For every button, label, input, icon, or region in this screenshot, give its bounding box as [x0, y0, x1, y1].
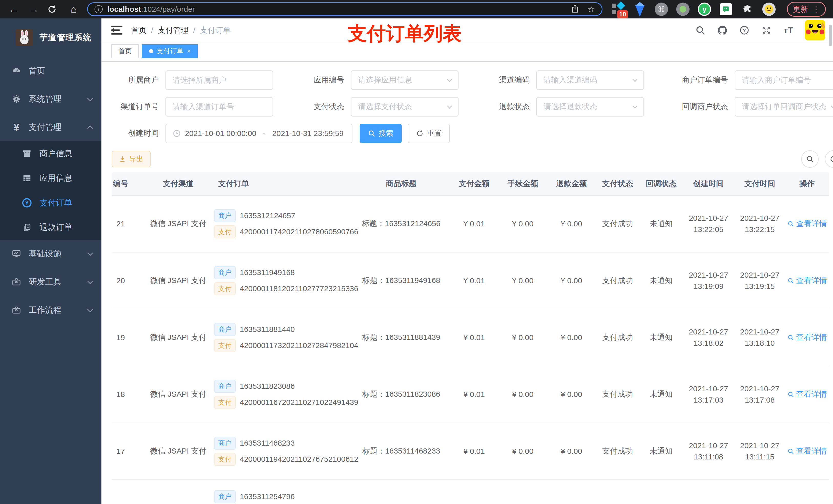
close-tab-icon[interactable]: × — [187, 48, 191, 55]
breadcrumb-separator: / — [193, 26, 195, 34]
browser-back-button[interactable]: ← — [7, 4, 21, 15]
monitor-chart-icon — [11, 249, 22, 259]
sidebar-item-payment[interactable]: ¥ 支付管理 — [0, 113, 101, 141]
pay-tag: 支付 — [214, 396, 236, 409]
fullscreen-icon[interactable] — [761, 25, 772, 36]
cell-amount: ¥ 0.01 — [450, 366, 498, 423]
refresh-table-button[interactable] — [825, 150, 833, 168]
search-icon — [787, 334, 794, 341]
sidebar-item-refund-order[interactable]: 退款订单 — [0, 215, 101, 240]
merchant-filter-label: 所属商户 — [112, 75, 165, 85]
table-row: 17微信 JSAPI 支付 商户1635311468233 支付42000011… — [112, 423, 829, 480]
channel-code-filter-label: 渠道编码 — [482, 75, 537, 85]
cell-action — [785, 480, 829, 504]
table-row: 19微信 JSAPI 支付 商户1635311881440 支付42000011… — [112, 309, 829, 366]
user-avatar[interactable] — [805, 20, 825, 41]
browser-reload-button[interactable] — [47, 4, 61, 14]
callback-status-filter-label: 回调商户状态 — [668, 101, 735, 112]
sidebar-item-label: 研发工具 — [29, 276, 62, 288]
header-search-icon[interactable] — [695, 25, 706, 36]
view-detail-link[interactable]: 查看详情 — [787, 389, 827, 400]
profile-emoji-icon[interactable] — [762, 2, 776, 16]
merchant-order-no: 1635311881440 — [240, 325, 295, 334]
search-button[interactable]: 搜索 — [360, 124, 402, 143]
address-bar[interactable]: i localhost:1024/pay/order ☆ — [87, 2, 602, 16]
view-detail-link[interactable]: 查看详情 — [787, 332, 827, 343]
channel-pay-no: 4200001194202110276752100612 — [240, 455, 358, 463]
sidebar-item-merchant-info[interactable]: 商户信息 — [0, 141, 101, 166]
column-header: 支付时间 — [734, 172, 785, 195]
cell-create-time: 2021-10-2713:22:05 — [683, 195, 734, 252]
chevron-down-icon — [87, 96, 93, 101]
chevron-down-icon — [447, 103, 452, 109]
pay-tag: 支付 — [214, 339, 236, 352]
view-detail-link[interactable]: 查看详情 — [787, 275, 827, 286]
view-detail-link[interactable]: 查看详情 — [787, 218, 827, 229]
cell-id: 19 — [112, 309, 142, 366]
help-icon[interactable]: ? — [739, 25, 750, 36]
channel-order-filter-input[interactable] — [165, 97, 273, 117]
cell-channel: 微信 JSAPI 支付 — [142, 252, 214, 309]
logo-image — [16, 29, 33, 46]
share-icon[interactable] — [570, 4, 580, 13]
merchant-order-filter-input[interactable] — [735, 70, 833, 90]
sidebar-item-workflow[interactable]: 工作流程 — [0, 296, 101, 324]
reset-button[interactable]: 重置 — [408, 124, 450, 143]
breadcrumb-home[interactable]: 首页 — [131, 25, 146, 35]
callback-status-filter-select[interactable]: 请选择订单回调商户状态 — [735, 97, 833, 117]
merchant-filter-input[interactable] — [165, 70, 273, 90]
tab-home[interactable]: 首页 — [111, 44, 139, 58]
extensions-puzzle-icon[interactable] — [740, 2, 755, 16]
cell-pay-order: 商户1635311949168 支付4200001181202110277723… — [214, 252, 353, 309]
chevron-down-icon — [831, 103, 833, 109]
extension-gem-icon[interactable] — [633, 2, 647, 16]
merchant-order-no: 1635311254796 — [240, 492, 295, 501]
active-tab-dot — [149, 49, 153, 53]
sidebar-item-app-info[interactable]: 应用信息 — [0, 166, 101, 191]
site-info-icon[interactable]: i — [95, 5, 103, 13]
page-scrollbar-thumb[interactable] — [829, 25, 832, 46]
font-size-icon[interactable]: тT — [783, 25, 794, 36]
date-to: 2021-10-31 23:59:59 — [272, 129, 344, 138]
sidebar-item-label: 退款订单 — [40, 222, 72, 233]
export-button[interactable]: 导出 — [112, 151, 151, 167]
toggle-search-button[interactable] — [801, 150, 819, 168]
documents-icon — [21, 223, 33, 232]
github-icon[interactable] — [717, 25, 728, 36]
view-detail-link[interactable]: 查看详情 — [787, 446, 827, 456]
bookmark-star-icon[interactable]: ☆ — [587, 4, 595, 14]
pay-status-filter-select[interactable]: 请选择支付状态 — [351, 97, 458, 117]
chevron-down-icon — [447, 77, 452, 82]
extension-chat-icon[interactable] — [719, 2, 733, 16]
cell-action: 查看详情 — [785, 366, 829, 423]
sidebar-item-infra[interactable]: 基础设施 — [0, 240, 101, 268]
browser-home-button[interactable]: ⌂ — [67, 4, 80, 15]
cell-amount — [450, 480, 498, 504]
extension-record-icon[interactable] — [676, 2, 690, 16]
browser-update-button[interactable]: 更新⋮ — [787, 2, 826, 17]
tab-pay-order[interactable]: 支付订单 × — [142, 44, 198, 58]
sidebar-item-devtools[interactable]: 研发工具 — [0, 268, 101, 296]
app-filter-select[interactable]: 请选择应用信息 — [351, 70, 458, 90]
breadcrumb-current: 支付订单 — [200, 25, 231, 35]
cell-refund: ¥ 0.00 — [547, 423, 596, 480]
cell-id: 18 — [112, 366, 142, 423]
sidebar-item-system[interactable]: 系统管理 — [0, 85, 101, 113]
refund-status-filter-select[interactable]: 请选择退款状态 — [537, 97, 644, 117]
sidebar-item-home[interactable]: 首页 — [0, 57, 101, 85]
channel-code-filter-select[interactable]: 请输入渠道编码 — [537, 70, 644, 90]
chevron-up-icon — [87, 125, 93, 131]
extension-tasks-icon[interactable]: 10 — [611, 2, 625, 16]
page-content: 所属商户 应用编号 请选择应用信息 渠道编码 请输入渠道编码 商户订单编号 — [101, 62, 833, 504]
collapse-sidebar-button[interactable] — [111, 26, 122, 35]
extension-y-icon[interactable]: y — [697, 2, 712, 16]
create-time-range-picker[interactable]: 2021-10-01 00:00:00 - 2021-10-31 23:59:5… — [165, 124, 353, 143]
sidebar-item-pay-order[interactable]: ¥ 支付订单 — [0, 191, 101, 215]
reload-icon — [47, 4, 57, 14]
extension-command-icon[interactable]: ⌘ — [654, 2, 669, 16]
browser-forward-button[interactable]: → — [27, 4, 41, 15]
merchant-order-no: 1635311468233 — [240, 439, 295, 448]
app-filter-label: 应用编号 — [297, 75, 351, 85]
cell-pay-order: 商户1635311468233 支付4200001194202110276752… — [214, 423, 353, 480]
cell-title: 标题：1635312124656 — [353, 195, 450, 252]
